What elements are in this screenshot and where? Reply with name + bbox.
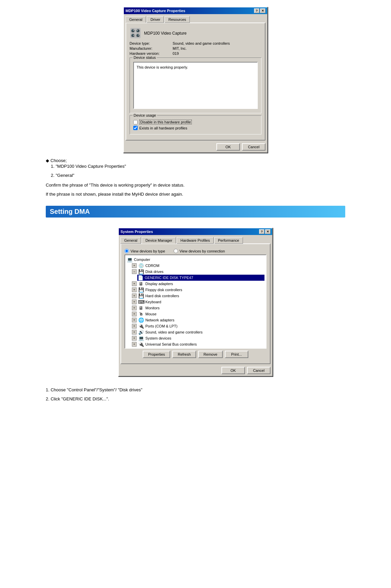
note-text: If the phrase is not shown, please insta… (46, 191, 345, 197)
tree-item-hard-disk[interactable]: + 💾 Hard disk controllers (132, 293, 264, 299)
expand-floppy[interactable]: + (132, 287, 137, 292)
properties-button[interactable]: Properties (143, 351, 170, 358)
dialog-content: 🎛️ MDP100 Video Capture Device type: Sou… (126, 23, 265, 141)
device-name: MDP100 Video Capture (144, 31, 187, 36)
print-button[interactable]: Print... (225, 351, 248, 358)
device-usage-label: Device usage (133, 113, 157, 117)
expand-sound[interactable]: + (132, 330, 137, 335)
hardware-version-row: Hardware version: 019 (130, 51, 261, 55)
tree-item-keyboard[interactable]: + ⌨ Keyboard (132, 299, 264, 305)
expand-keyboard[interactable]: + (132, 300, 137, 304)
tree-label-generic-ide: GENERIC IDE DISK TYPE47 (145, 276, 193, 280)
tree-item-usb[interactable]: + 🔌 Universal Serial Bus controllers (132, 341, 264, 347)
device-type-row: Device type: Sound, video and game contr… (130, 41, 261, 45)
sys-ok-button[interactable]: OK (221, 367, 245, 374)
tree-item-sound[interactable]: + 🔊 Sound, video and game controllers (132, 329, 264, 335)
bullet-choose: ◆ Choose; (46, 158, 345, 163)
tab-driver[interactable]: Driver (147, 16, 164, 23)
sys-props-tabs: General Device Manager Hardware Profiles… (119, 235, 272, 243)
tab-resources[interactable]: Resources (165, 16, 190, 23)
refresh-button[interactable]: Refresh (172, 351, 196, 358)
sys-props-titlebar: System Properties ? ✕ (119, 228, 272, 235)
expand-system-devices[interactable]: + (132, 336, 137, 341)
system-properties-dialog: System Properties ? ✕ General Device Man… (118, 228, 273, 377)
tree-label-mouse: Mouse (145, 312, 156, 316)
tab-general-sys[interactable]: General (120, 237, 141, 244)
expand-usb[interactable]: + (132, 342, 137, 347)
cdrom-icon: 💿 (138, 263, 144, 268)
tree-item-disk-drives[interactable]: − 💾 Disk drives (132, 269, 264, 275)
tree-item-ports[interactable]: + 🔌 Ports (COM & LPT) (132, 323, 264, 329)
sys-titlebar-buttons: ? ✕ (259, 229, 271, 234)
device-manager-buttons: Properties Refresh Remove Print... (125, 349, 266, 360)
tree-item-computer[interactable]: 💻 Computer (127, 257, 264, 263)
expand-mouse[interactable]: + (132, 312, 137, 316)
usb-icon: 🔌 (138, 342, 144, 347)
expand-network[interactable]: + (132, 318, 137, 322)
sys-help-button[interactable]: ? (259, 229, 264, 234)
titlebar-buttons: ? ✕ (254, 8, 265, 13)
ok-button[interactable]: OK (216, 143, 240, 151)
tree-label-floppy: Floppy disk controllers (145, 288, 182, 292)
tree-item-network[interactable]: + 🌐 Network adapters (132, 317, 264, 323)
device-icon: 🎛️ (130, 28, 141, 39)
sys-cancel-button[interactable]: Cancel (247, 367, 271, 374)
device-status-label: Device status (133, 55, 157, 60)
tree-label-usb: Universal Serial Bus controllers (145, 342, 197, 346)
expand-ports[interactable]: + (132, 324, 137, 328)
bullet-symbol: ◆ (46, 158, 49, 163)
monitors-icon: 🖥 (138, 305, 144, 311)
sys-props-dialog-buttons: OK Cancel (119, 364, 272, 376)
tree-item-floppy[interactable]: + 💾 Floppy disk controllers (132, 287, 264, 293)
sys-close-button[interactable]: ✕ (265, 229, 271, 234)
tab-device-manager[interactable]: Device Manager (142, 237, 176, 244)
sys-props-title: System Properties (120, 230, 153, 234)
tree-item-cdrom[interactable]: + 💿 CDROM (132, 263, 264, 269)
system-devices-icon: 💻 (138, 336, 144, 341)
device-type-label: Device type: (130, 41, 170, 45)
instruction-item1: 1. "MDP100 Video Capture Properties" (51, 163, 345, 169)
tab-performance[interactable]: Performance (214, 237, 243, 244)
dialog-tabs: General Driver Resources (124, 14, 267, 23)
manufacturer-row: Manufacturer: MIT, Inc. (130, 46, 261, 50)
expand-disk-drives[interactable]: − (132, 269, 137, 274)
tree-item-display-adapters[interactable]: + 🖥 Display adapters (132, 281, 264, 287)
radio-label-2: View devices by connection (180, 249, 225, 253)
expand-hard-disk[interactable]: + (132, 293, 137, 298)
remove-button[interactable]: Remove (198, 351, 223, 358)
dialog-titlebar: MDP100 Video Capture Properties ? ✕ (124, 7, 267, 14)
exists-checkbox-row: Exists in all hardware profiles (133, 126, 258, 130)
disable-label: Disable in this hardware profile (139, 120, 192, 124)
floppy-icon: 💾 (138, 287, 144, 292)
expand-display-adapters[interactable]: + (132, 281, 137, 286)
radio-row-1: View devices by type View devices by con… (125, 249, 266, 253)
confirm-text: Confirm the phrase of "This device is wo… (46, 182, 345, 188)
tab-general[interactable]: General (126, 16, 146, 23)
tree-item-monitors[interactable]: + 🖥 Monitors (132, 305, 264, 311)
expand-monitors[interactable]: + (132, 306, 137, 310)
expand-cdrom[interactable]: + (132, 263, 137, 268)
cancel-button[interactable]: Cancel (242, 143, 265, 151)
exists-checkbox[interactable] (133, 126, 138, 130)
network-icon: 🌐 (138, 317, 144, 323)
device-tree[interactable]: 💻 Computer + 💿 CDROM − 💾 Disk drives (125, 254, 266, 349)
tree-item-generic-ide[interactable]: 📄 GENERIC IDE DISK TYPE47 (137, 275, 264, 281)
tree-label-keyboard: Keyboard (145, 300, 161, 304)
close-button[interactable]: ✕ (260, 8, 265, 13)
radio-view-by-connection[interactable] (174, 249, 178, 253)
tree-label-ports: Ports (COM & LPT) (145, 324, 177, 328)
sound-icon: 🔊 (138, 329, 144, 335)
tree-label-hard-disk: Hard disk controllers (145, 294, 179, 298)
tree-item-mouse[interactable]: + 🖱 Mouse (132, 311, 264, 317)
device-status-group: Device status This device is working pro… (130, 57, 261, 113)
tree-item-system-devices[interactable]: + 💻 System devices (132, 335, 264, 341)
disable-checkbox[interactable] (133, 120, 138, 124)
help-button[interactable]: ? (254, 8, 259, 13)
disk-drives-icon: 💾 (138, 269, 144, 274)
tree-label-cdrom: CDROM (145, 264, 159, 268)
exists-label: Exists in all hardware profiles (139, 126, 187, 130)
manufacturer-value: MIT, Inc. (173, 46, 187, 50)
tab-hardware-profiles[interactable]: Hardware Profiles (177, 237, 213, 244)
radio-view-by-type[interactable] (125, 249, 129, 253)
hardware-version-value: 019 (173, 51, 179, 55)
